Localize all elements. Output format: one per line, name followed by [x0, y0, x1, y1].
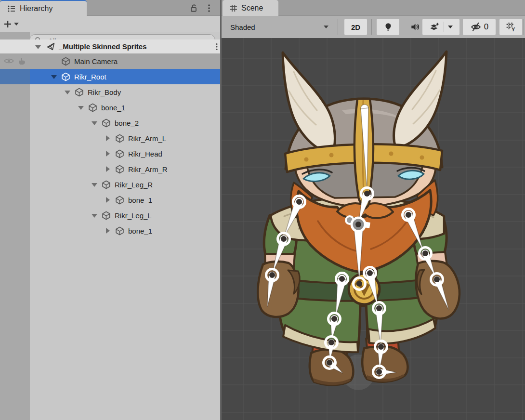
toolbar-separator — [338, 19, 338, 35]
grid-axis-label: Y — [512, 26, 515, 32]
speaker-icon — [410, 22, 420, 32]
scene-toolbar: Shaded 2D — [222, 16, 525, 38]
item-label: Rikr_Body — [88, 88, 121, 96]
scene-panel: Scene Shaded 2D — [222, 0, 525, 420]
draw-mode-label: Shaded — [230, 23, 255, 31]
draw-mode-dropdown[interactable]: Shaded — [224, 19, 334, 35]
gameobject-cube-icon — [102, 180, 111, 189]
spacer — [51, 57, 57, 65]
scene-effects-button-group[interactable] — [422, 19, 459, 35]
hierarchy-item-main-camera[interactable]: Main Camera — [0, 53, 220, 69]
foldout-triangle[interactable] — [64, 88, 71, 96]
item-label: Rikr_Leg_R — [115, 181, 153, 189]
hierarchy-tabstrip: Hierarchy — [0, 0, 220, 16]
lightbulb-icon — [383, 22, 393, 32]
tab-hierarchy[interactable]: Hierarchy — [0, 0, 87, 16]
gameobject-cube-icon — [115, 165, 124, 174]
tab-scene[interactable]: Scene — [223, 0, 278, 16]
hierarchy-search-row — [0, 16, 220, 32]
foldout-triangle[interactable] — [78, 104, 84, 111]
gameobject-cube-icon — [115, 196, 124, 205]
item-label: Rikr_Leg_L — [115, 211, 152, 220]
grid-axis-icon: Y — [506, 22, 516, 32]
foldout-triangle[interactable] — [105, 150, 111, 158]
unity-scene-icon — [46, 42, 55, 51]
gameobject-cube-icon — [115, 226, 124, 236]
hierarchy-item-rikr-arm-l[interactable]: Rikr_Arm_L — [0, 131, 220, 146]
gameobject-cube-icon — [102, 118, 111, 128]
item-label: bone_1 — [128, 227, 152, 235]
gameobject-cube-icon — [115, 149, 124, 158]
scene-grid-icon — [229, 4, 238, 13]
effects-dropdown-caret[interactable] — [448, 26, 453, 28]
button-divider — [444, 22, 444, 32]
unlock-icon[interactable] — [189, 3, 198, 13]
create-dropdown-caret — [14, 23, 19, 26]
scene-canvas[interactable] — [222, 38, 525, 420]
gameobject-cube-icon — [102, 211, 111, 220]
hierarchy-item-legr-bone1[interactable]: bone_1 — [0, 192, 220, 208]
kebab-menu-icon[interactable] — [204, 3, 214, 13]
item-label: Rikr_Arm_R — [128, 165, 168, 173]
scene-tabstrip: Scene — [222, 0, 525, 16]
scene-asset-row[interactable]: _Multiple Skinned Sprites — [0, 39, 220, 53]
gameobject-cube-icon — [75, 88, 84, 97]
scene-row-kebab-icon[interactable] — [213, 42, 221, 51]
hierarchy-item-rikr-leg-l[interactable]: Rikr_Leg_L — [0, 208, 220, 223]
eye-hidden-icon — [470, 22, 482, 32]
hierarchy-item-rikr-body[interactable]: Rikr_Body — [0, 84, 220, 100]
toolbar-separator — [524, 19, 524, 35]
item-label: Main Camera — [74, 57, 118, 66]
scene-asset-label: _Multiple Skinned Sprites — [59, 42, 147, 51]
scene-foldout-triangle[interactable] — [35, 43, 41, 51]
hierarchy-item-rikr-leg-r[interactable]: Rikr_Leg_R — [0, 177, 220, 192]
draw-mode-caret — [324, 26, 328, 28]
hierarchy-item-rikr-root[interactable]: Rikr_Root — [0, 69, 220, 84]
foldout-triangle[interactable] — [91, 119, 98, 127]
hierarchy-list-icon — [7, 4, 16, 13]
gameobject-cube-icon — [61, 57, 70, 66]
effects-layers-icon — [429, 22, 440, 32]
item-label: Rikr_Head — [128, 150, 162, 158]
tab-scene-label: Scene — [241, 4, 263, 13]
unity-editor-window: { "hierarchy_panel": { "tab_title": "Hie… — [0, 0, 525, 420]
eye-visibility-icon[interactable] — [3, 57, 14, 65]
foldout-triangle[interactable] — [105, 134, 111, 142]
item-label: Rikr_Arm_L — [128, 134, 166, 143]
scene-lighting-button[interactable] — [377, 19, 399, 35]
hierarchy-item-rikr-head[interactable]: Rikr_Head — [0, 146, 220, 161]
gameobject-cube-icon — [88, 103, 97, 112]
picking-hand-icon[interactable] — [17, 56, 26, 66]
foldout-triangle[interactable] — [51, 73, 57, 80]
2d-toggle-button[interactable]: 2D — [344, 19, 367, 35]
gameobject-cube-icon — [115, 134, 124, 143]
create-object-button[interactable] — [3, 18, 22, 30]
foldout-triangle[interactable] — [91, 181, 98, 188]
2d-label: 2D — [351, 23, 360, 31]
hidden-count-label: 0 — [484, 22, 488, 32]
item-label: Rikr_Root — [74, 73, 106, 81]
hierarchy-item-bone1[interactable]: bone_1 — [0, 100, 220, 115]
foldout-triangle[interactable] — [105, 165, 111, 173]
foldout-triangle[interactable] — [91, 211, 98, 219]
grid-visibility-button[interactable]: Y — [499, 19, 522, 35]
item-label: bone_2 — [115, 119, 139, 127]
plus-icon — [3, 19, 13, 29]
item-label: bone_1 — [128, 196, 152, 204]
hierarchy-item-legl-bone1[interactable]: bone_1 — [0, 223, 220, 238]
item-label: bone_1 — [101, 104, 125, 112]
gameobject-cube-icon — [61, 72, 70, 81]
scene-viewport[interactable] — [222, 38, 525, 420]
foldout-triangle[interactable] — [105, 196, 111, 204]
toolbar-separator — [371, 19, 372, 35]
tab-hierarchy-label: Hierarchy — [20, 4, 52, 13]
hierarchy-item-bone2[interactable]: bone_2 — [0, 115, 220, 131]
hidden-objects-button[interactable]: 0 — [463, 19, 496, 35]
hierarchy-item-rikr-arm-r[interactable]: Rikr_Arm_R — [0, 161, 220, 177]
hierarchy-panel: Hierarchy — [0, 0, 220, 420]
foldout-triangle[interactable] — [105, 227, 111, 235]
